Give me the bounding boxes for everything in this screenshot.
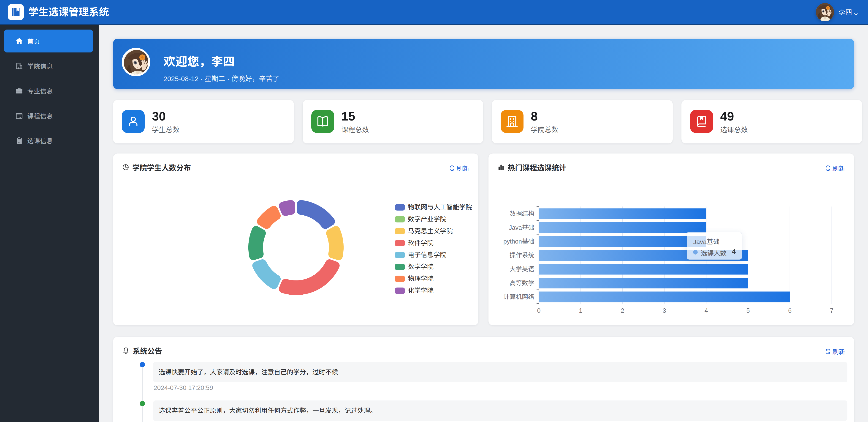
svg-text:python基础: python基础 (503, 238, 534, 245)
svg-text:数据结构: 数据结构 (509, 210, 534, 217)
svg-text:6: 6 (788, 307, 792, 314)
svg-text:高等数学: 高等数学 (509, 280, 534, 287)
svg-text:1: 1 (579, 307, 582, 314)
svg-text:7: 7 (830, 307, 833, 314)
svg-text:4: 4 (705, 307, 708, 314)
svg-text:计算机网络: 计算机网络 (503, 293, 534, 300)
svg-text:2: 2 (621, 307, 624, 314)
svg-text:Java基础: Java基础 (509, 224, 534, 231)
svg-text:0: 0 (537, 307, 540, 314)
svg-text:大学英语: 大学英语 (509, 266, 534, 273)
svg-text:操作系统: 操作系统 (509, 252, 534, 259)
svg-text:5: 5 (746, 307, 750, 314)
svg-text:3: 3 (663, 307, 666, 314)
